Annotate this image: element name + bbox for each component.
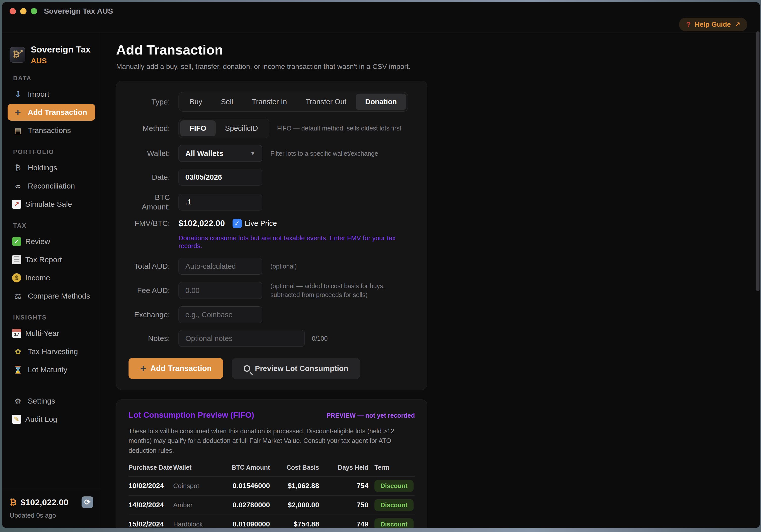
pencil-note-icon: ✎ xyxy=(12,415,21,424)
live-price-label: Live Price xyxy=(245,219,277,228)
notes-input[interactable] xyxy=(179,330,305,347)
date-label: Date: xyxy=(129,172,170,182)
type-label: Type: xyxy=(129,97,170,107)
option-fifo[interactable]: FIFO xyxy=(180,120,216,136)
price-updated-text: Updated 0s ago xyxy=(10,511,93,519)
column-header-cost-basis: Cost Basis xyxy=(270,464,319,471)
notes-label: Notes: xyxy=(129,334,170,343)
brand-name: Sovereign Tax xyxy=(31,44,90,55)
sidebar-item-simulate-sale[interactable]: ↗Simulate Sale xyxy=(8,196,95,212)
sidebar-item-holdings[interactable]: ₿Holdings xyxy=(8,159,95,176)
option-specificid[interactable]: SpecificID xyxy=(216,120,267,136)
option-sell[interactable]: Sell xyxy=(211,94,242,110)
question-mark-icon: ? xyxy=(686,20,690,29)
brand-region: AUS xyxy=(31,57,90,65)
nav-section-tax: TAX xyxy=(13,222,101,229)
option-transfer-in[interactable]: Transfer In xyxy=(242,94,296,110)
preview-description: These lots will be consumed when this do… xyxy=(129,426,415,455)
method-label: Method: xyxy=(129,124,170,133)
total-aud-input[interactable] xyxy=(179,258,262,275)
maximize-window-button[interactable] xyxy=(31,8,37,14)
help-guide-button[interactable]: ? Help Guide ↗ xyxy=(679,18,747,31)
add-transaction-button[interactable]: + Add Transaction xyxy=(129,358,223,379)
calendar-icon: 17 xyxy=(12,329,21,338)
exchange-label: Exchange: xyxy=(129,310,170,320)
vertical-scrollbar[interactable] xyxy=(756,31,759,291)
column-header-days-held: Days Held xyxy=(319,464,368,471)
wallet-select[interactable]: All Wallets ▼ xyxy=(179,145,262,162)
sidebar-nav: DATA⇩Import+Add Transaction▤Transactions… xyxy=(2,75,101,428)
term-badge: Discount xyxy=(375,480,414,492)
sidebar-item-label: Income xyxy=(25,274,50,282)
sidebar-item-label: Settings xyxy=(28,397,55,405)
gear-icon: ⚙ xyxy=(12,397,24,405)
btc-amount-label: BTC Amount: xyxy=(129,192,170,211)
sidebar-item-review[interactable]: ✓Review xyxy=(8,233,95,250)
sidebar-item-multi-year[interactable]: 17Multi-Year xyxy=(8,325,95,342)
type-segmented-control: BuySellTransfer InTransfer OutDonation xyxy=(179,92,408,112)
sidebar-item-reconciliation[interactable]: ∞Reconciliation xyxy=(8,178,95,194)
fmv-value: $102,022.00 xyxy=(179,219,225,228)
sidebar-footer: ₿ $102,022.00 ⟳ Updated 0s ago xyxy=(2,489,101,528)
traffic-lights xyxy=(10,8,37,14)
minimize-window-button[interactable] xyxy=(20,8,27,14)
table-row: 10/02/2024Coinspot0.01546000$1,062.88754… xyxy=(129,476,415,496)
fmv-label: FMV/BTC: xyxy=(129,219,170,228)
app-logo-icon: ₿ ↗ xyxy=(10,47,25,63)
sidebar-item-label: Tax Harvesting xyxy=(28,347,78,356)
sidebar-item-label: Multi-Year xyxy=(25,329,59,338)
chevron-down-icon: ▼ xyxy=(250,150,256,157)
plus-icon: + xyxy=(140,362,146,375)
lot-table: Purchase DateWalletBTC AmountCost BasisD… xyxy=(129,464,415,528)
sidebar-item-import[interactable]: ⇩Import xyxy=(8,86,95,102)
column-header-purchase-date: Purchase Date xyxy=(129,464,173,471)
sidebar-item-income[interactable]: $Income xyxy=(8,270,95,286)
btc-amount-input[interactable] xyxy=(179,194,262,210)
sidebar-item-transactions[interactable]: ▤Transactions xyxy=(8,122,95,139)
notes-counter: 0/100 xyxy=(312,335,328,342)
live-price-checkbox[interactable]: ✓ xyxy=(233,219,242,228)
lot-table-body: 10/02/2024Coinspot0.01546000$1,062.88754… xyxy=(129,476,415,528)
fee-aud-label: Fee AUD: xyxy=(129,286,170,295)
bitcoin-icon: ₿ xyxy=(12,164,24,172)
help-guide-label: Help Guide xyxy=(695,21,731,28)
nav-section-data: DATA xyxy=(13,75,101,82)
sidebar-item-lot-maturity[interactable]: ⌛Lot Maturity xyxy=(8,361,95,378)
wallet-hint: Filter lots to a specific wallet/exchang… xyxy=(270,149,378,158)
column-header-term: Term xyxy=(368,464,415,471)
sidebar-item-compare-methods[interactable]: ⚖Compare Methods xyxy=(8,288,95,304)
option-donation[interactable]: Donation xyxy=(356,94,406,110)
sidebar-item-label: Review xyxy=(25,237,50,246)
date-input[interactable] xyxy=(179,169,262,186)
term-badge: Discount xyxy=(375,499,414,511)
method-hint: FIFO — default method, sells oldest lots… xyxy=(277,124,401,133)
sidebar-item-label: Import xyxy=(28,90,49,98)
method-segmented-control: FIFOSpecificID xyxy=(179,119,269,138)
exchange-input[interactable] xyxy=(179,306,262,323)
donation-note: Donations consume lots but are not taxab… xyxy=(179,234,415,250)
sidebar-item-label: Holdings xyxy=(28,164,57,172)
refresh-icon[interactable]: ⟳ xyxy=(82,497,93,508)
sidebar-item-settings[interactable]: ⚙Settings xyxy=(8,393,95,409)
option-transfer-out[interactable]: Transfer Out xyxy=(296,94,356,110)
preview-lot-consumption-button[interactable]: Preview Lot Consumption xyxy=(232,358,360,379)
fee-aud-hint: (optional — added to cost basis for buys… xyxy=(270,282,415,299)
close-window-button[interactable] xyxy=(10,8,16,14)
hourglass-icon: ⌛ xyxy=(12,365,24,374)
inbox-import-icon: ⇩ xyxy=(12,90,24,99)
option-buy[interactable]: Buy xyxy=(180,94,211,110)
page-title: Add Transaction xyxy=(116,42,760,58)
sidebar-item-label: Lot Maturity xyxy=(28,365,67,374)
window-header: Sovereign Tax AUS ? Help Guide ↗ xyxy=(2,2,760,33)
check-icon: ✓ xyxy=(12,237,21,246)
sidebar-item-add-transaction[interactable]: +Add Transaction xyxy=(8,104,95,121)
sidebar-item-tax-report[interactable]: Tax Report xyxy=(8,251,95,268)
sidebar-item-tax-harvesting[interactable]: ✿Tax Harvesting xyxy=(8,343,95,360)
sidebar-item-label: Audit Log xyxy=(25,415,57,423)
fee-aud-input[interactable] xyxy=(179,282,262,299)
total-aud-hint: (optional) xyxy=(270,262,297,271)
sidebar-item-label: Tax Report xyxy=(25,255,62,264)
table-row: 14/02/2024Amber0.02780000$2,000.00750Dis… xyxy=(129,496,415,515)
magnifier-icon xyxy=(244,365,250,372)
sidebar-item-audit-log[interactable]: ✎Audit Log xyxy=(8,411,95,428)
